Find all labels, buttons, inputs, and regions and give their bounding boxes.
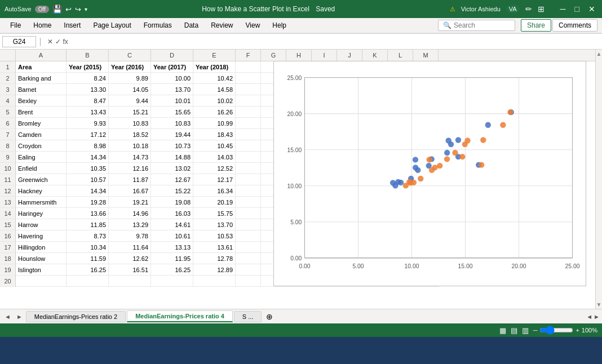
menu-formulas[interactable]: Formulas bbox=[138, 19, 178, 32]
menu-data[interactable]: Data bbox=[179, 19, 204, 32]
page-layout-view-icon[interactable]: ▤ bbox=[511, 326, 517, 335]
save-icon[interactable]: 💾 bbox=[52, 5, 62, 14]
cell[interactable] bbox=[236, 84, 261, 95]
cell[interactable]: 9.44 bbox=[109, 95, 151, 106]
redo-icon[interactable]: ↪ bbox=[75, 5, 81, 14]
cell[interactable]: 9.89 bbox=[109, 73, 151, 84]
cell[interactable]: 13.29 bbox=[109, 219, 151, 230]
cell[interactable]: Year (2017) bbox=[151, 61, 193, 73]
minimize-button[interactable]: ─ bbox=[558, 5, 568, 14]
cell[interactable]: 10.35 bbox=[67, 163, 109, 174]
cell[interactable] bbox=[236, 174, 261, 185]
cell[interactable]: 8.73 bbox=[67, 230, 109, 242]
cell[interactable] bbox=[193, 276, 236, 287]
cell[interactable]: Hackney bbox=[16, 185, 67, 197]
next-sheet-arrow[interactable]: ► bbox=[14, 313, 25, 320]
cell[interactable]: Hounslow bbox=[16, 253, 67, 264]
cell-reference-input[interactable]: G24 bbox=[2, 36, 36, 47]
cell[interactable]: 19.44 bbox=[151, 129, 193, 140]
cancel-formula-icon[interactable]: ✕ bbox=[47, 38, 53, 46]
maximize-button[interactable]: □ bbox=[573, 5, 582, 14]
cell[interactable]: 12.67 bbox=[151, 174, 193, 185]
chart-container[interactable]: 0.000.005.005.0010.0010.0015.0015.0020.0… bbox=[273, 61, 586, 286]
cell[interactable]: 9.93 bbox=[67, 118, 109, 129]
cell[interactable]: Hammersmith bbox=[16, 197, 67, 208]
quick-access-arrow[interactable]: ▾ bbox=[85, 6, 87, 12]
cell[interactable]: Havering bbox=[16, 230, 67, 242]
cell[interactable]: Hillingdon bbox=[16, 242, 67, 253]
cell[interactable]: Area bbox=[16, 61, 67, 73]
pen-icon[interactable]: ✏ bbox=[525, 5, 532, 14]
cell[interactable]: 16.34 bbox=[193, 185, 236, 197]
user-avatar[interactable]: VA bbox=[506, 5, 520, 14]
cell[interactable]: 10.01 bbox=[151, 95, 193, 106]
cell[interactable] bbox=[236, 276, 261, 287]
insert-function-icon[interactable]: fx bbox=[63, 38, 68, 46]
cell[interactable] bbox=[67, 276, 109, 287]
cell[interactable]: 10.00 bbox=[151, 73, 193, 84]
menu-home[interactable]: Home bbox=[28, 19, 57, 32]
cell[interactable]: 9.78 bbox=[109, 230, 151, 242]
cell[interactable]: 14.96 bbox=[109, 208, 151, 219]
scroll-down-arrow[interactable]: ▼ bbox=[596, 301, 602, 308]
tab-right-arrow[interactable]: ► bbox=[594, 313, 600, 320]
cell[interactable]: 16.03 bbox=[151, 208, 193, 219]
cell[interactable]: 16.67 bbox=[109, 185, 151, 197]
cell[interactable] bbox=[236, 140, 261, 152]
cell[interactable]: 13.70 bbox=[193, 219, 236, 230]
zoom-out-button[interactable]: ─ bbox=[533, 327, 538, 334]
cell[interactable] bbox=[236, 163, 261, 174]
search-box[interactable]: 🔍 bbox=[438, 20, 515, 31]
cell[interactable]: 11.95 bbox=[151, 253, 193, 264]
cell[interactable]: 10.45 bbox=[193, 140, 236, 152]
cell[interactable]: 15.21 bbox=[109, 106, 151, 118]
cell[interactable] bbox=[236, 208, 261, 219]
page-break-view-icon[interactable]: ▥ bbox=[522, 326, 529, 335]
cell[interactable]: 14.88 bbox=[151, 152, 193, 163]
menu-view[interactable]: View bbox=[240, 19, 266, 32]
menu-insert[interactable]: Insert bbox=[58, 19, 86, 32]
cell[interactable]: Greenwich bbox=[16, 174, 67, 185]
cell[interactable]: 16.26 bbox=[193, 106, 236, 118]
cell[interactable]: 10.42 bbox=[193, 73, 236, 84]
col-header-C[interactable]: C bbox=[109, 50, 151, 61]
cell[interactable]: 14.05 bbox=[109, 84, 151, 95]
grid-icon[interactable]: ⊞ bbox=[538, 5, 545, 14]
cell[interactable]: 8.47 bbox=[67, 95, 109, 106]
cell[interactable]: 13.43 bbox=[67, 106, 109, 118]
cell[interactable]: 10.61 bbox=[151, 230, 193, 242]
cell[interactable] bbox=[236, 106, 261, 118]
cell[interactable]: Harrow bbox=[16, 219, 67, 230]
cell[interactable]: Year (2018) bbox=[193, 61, 236, 73]
scroll-up-arrow[interactable]: ▲ bbox=[596, 51, 602, 57]
cell[interactable]: 10.73 bbox=[151, 140, 193, 152]
menu-help[interactable]: Help bbox=[267, 19, 292, 32]
cell[interactable]: 13.70 bbox=[151, 84, 193, 95]
cell[interactable]: 14.03 bbox=[193, 152, 236, 163]
cell[interactable]: 12.52 bbox=[193, 163, 236, 174]
cell[interactable]: 13.30 bbox=[67, 84, 109, 95]
cell[interactable]: 10.34 bbox=[67, 242, 109, 253]
cell[interactable] bbox=[236, 95, 261, 106]
cell[interactable]: 13.13 bbox=[151, 242, 193, 253]
cell[interactable]: 14.61 bbox=[151, 219, 193, 230]
cell[interactable]: 12.89 bbox=[193, 264, 236, 276]
col-header-J[interactable]: J bbox=[337, 50, 362, 61]
close-button[interactable]: ✕ bbox=[586, 5, 597, 14]
comments-button[interactable]: Comments bbox=[552, 19, 597, 32]
cell[interactable]: 14.73 bbox=[109, 152, 151, 163]
col-header-A[interactable]: A bbox=[16, 50, 67, 61]
cell[interactable]: 13.66 bbox=[67, 208, 109, 219]
share-button[interactable]: Share bbox=[521, 19, 551, 32]
cell[interactable]: Bromley bbox=[16, 118, 67, 129]
cell[interactable]: 18.43 bbox=[193, 129, 236, 140]
zoom-in-button[interactable]: + bbox=[576, 327, 579, 334]
cell[interactable]: 14.34 bbox=[67, 152, 109, 163]
tab-left-arrow[interactable]: ◄ bbox=[586, 313, 592, 320]
autosave-toggle[interactable]: Off bbox=[35, 6, 49, 13]
cell[interactable] bbox=[236, 264, 261, 276]
cell[interactable]: 10.83 bbox=[151, 118, 193, 129]
cell[interactable]: Bexley bbox=[16, 95, 67, 106]
cell[interactable] bbox=[236, 61, 261, 73]
normal-view-icon[interactable]: ▦ bbox=[499, 326, 506, 335]
